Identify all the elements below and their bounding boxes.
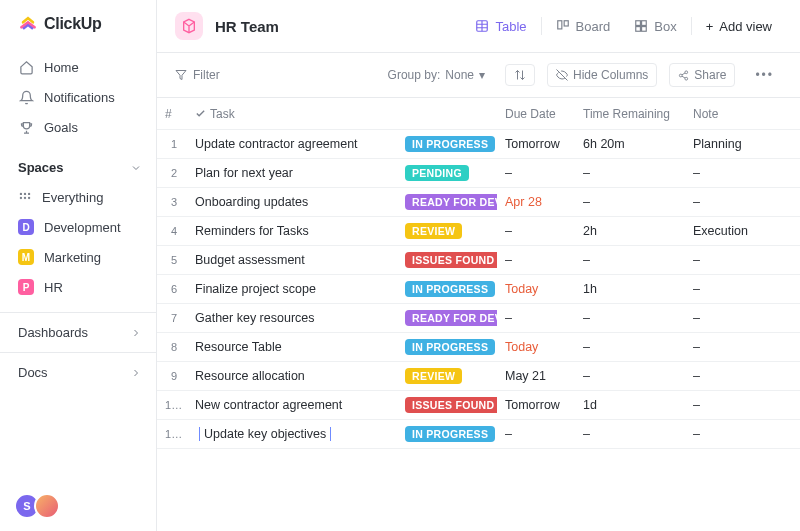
note-cell[interactable]: – [685,369,785,383]
time-cell[interactable]: – [575,340,685,354]
note-cell[interactable]: – [685,253,785,267]
due-cell[interactable]: – [497,253,575,267]
note-cell[interactable]: – [685,311,785,325]
status-badge: IN PROGRESS [405,136,495,152]
status-cell[interactable]: READY FOR DEV [397,194,497,210]
col-task[interactable]: Task [187,107,397,121]
share-button[interactable]: Share [669,63,735,87]
task-name-cell[interactable]: Gather key resources [187,311,397,325]
table-row[interactable]: 9Resource allocationREVIEWMay 21–– [157,362,800,391]
view-header: HR Team Table Board Box + Add [157,0,800,53]
hide-columns-button[interactable]: Hide Columns [547,63,657,87]
note-cell[interactable]: – [685,427,785,441]
time-cell[interactable]: – [575,311,685,325]
task-name-cell[interactable]: Resource Table [187,340,397,354]
time-cell[interactable]: 1h [575,282,685,296]
table-row[interactable]: 5Budget assessmentISSUES FOUND––– [157,246,800,275]
time-cell[interactable]: – [575,166,685,180]
tab-table[interactable]: Table [465,13,536,40]
table-row[interactable]: 7Gather key resourcesREADY FOR DEV––– [157,304,800,333]
note-cell[interactable]: – [685,282,785,296]
status-cell[interactable]: IN PROGRESS [397,281,497,297]
status-cell[interactable]: ISSUES FOUND [397,252,497,268]
task-name-cell[interactable]: Update contractor agreement [187,137,397,151]
status-cell[interactable]: IN PROGRESS [397,426,497,442]
due-cell[interactable]: – [497,427,575,441]
table-row[interactable]: 3Onboarding updatesREADY FOR DEVApr 28–– [157,188,800,217]
note-cell[interactable]: – [685,340,785,354]
col-note[interactable]: Note [685,107,785,121]
due-cell[interactable]: Today [497,340,575,354]
table-row[interactable]: 8Resource TableIN PROGRESSToday–– [157,333,800,362]
add-view-button[interactable]: + Add view [696,13,782,40]
due-cell[interactable]: Tomorrow [497,137,575,151]
task-name-cell[interactable]: Reminders for Tasks [187,224,397,238]
due-cell[interactable]: Today [497,282,575,296]
table-header: # Task Due Date Time Remaining Note [157,98,800,130]
filter-button[interactable]: Filter [175,68,220,82]
time-cell[interactable]: – [575,369,685,383]
note-cell[interactable]: Execution [685,224,785,238]
task-table: # Task Due Date Time Remaining Note 1Upd… [157,98,800,531]
status-cell[interactable]: READY FOR DEV [397,310,497,326]
status-cell[interactable]: REVIEW [397,223,497,239]
time-cell[interactable]: – [575,427,685,441]
due-cell[interactable]: Tomorrow [497,398,575,412]
more-button[interactable]: ••• [747,64,782,86]
status-cell[interactable]: PENDING [397,165,497,181]
task-name-cell[interactable]: Finalize project scope [187,282,397,296]
time-cell[interactable]: 6h 20m [575,137,685,151]
task-name-cell[interactable]: New contractor agreement [187,398,397,412]
note-cell[interactable]: – [685,166,785,180]
table-row[interactable]: 2Plan for next yearPENDING––– [157,159,800,188]
trophy-icon [18,119,34,135]
time-cell[interactable]: – [575,195,685,209]
logo[interactable]: ClickUp [0,0,156,48]
time-cell[interactable]: 1d [575,398,685,412]
task-name-cell[interactable]: Budget assessment [187,253,397,267]
due-cell[interactable]: Apr 28 [497,195,575,209]
group-by-button[interactable]: Group by: None ▾ [380,64,493,86]
task-name-cell[interactable]: Update key objectives [187,427,397,441]
due-cell[interactable]: – [497,166,575,180]
sidebar-item-everything[interactable]: Everything [0,183,156,212]
due-cell[interactable]: May 21 [497,369,575,383]
status-cell[interactable]: IN PROGRESS [397,136,497,152]
due-cell[interactable]: – [497,224,575,238]
table-row[interactable]: 1Update contractor agreementIN PROGRESST… [157,130,800,159]
nav-notifications[interactable]: Notifications [0,82,156,112]
avatar[interactable] [34,493,60,519]
spaces-header[interactable]: Spaces [0,152,156,183]
table-row[interactable]: 6Finalize project scopeIN PROGRESSToday1… [157,275,800,304]
user-avatars[interactable]: S [0,481,156,531]
sidebar-item-development[interactable]: D Development [0,212,156,242]
col-number[interactable]: # [157,107,187,121]
task-name-cell[interactable]: Plan for next year [187,166,397,180]
task-name-cell[interactable]: Onboarding updates [187,195,397,209]
table-row[interactable]: 4Reminders for TasksREVIEW–2hExecution [157,217,800,246]
status-cell[interactable]: IN PROGRESS [397,339,497,355]
sidebar-link-docs[interactable]: Docs [0,352,156,392]
nav-goals[interactable]: Goals [0,112,156,142]
table-row[interactable]: 11Update key objectivesIN PROGRESS––– [157,420,800,449]
sort-button[interactable] [505,64,535,86]
due-cell[interactable]: – [497,311,575,325]
tab-box[interactable]: Box [624,13,686,40]
status-cell[interactable]: REVIEW [397,368,497,384]
note-cell[interactable]: – [685,398,785,412]
time-cell[interactable]: – [575,253,685,267]
tab-board[interactable]: Board [546,13,621,40]
sidebar-item-marketing[interactable]: M Marketing [0,242,156,272]
time-cell[interactable]: 2h [575,224,685,238]
note-cell[interactable]: Planning [685,137,785,151]
nav-home[interactable]: Home [0,52,156,82]
sidebar-link-dashboards[interactable]: Dashboards [0,312,156,352]
note-cell[interactable]: – [685,195,785,209]
col-time[interactable]: Time Remaining [575,107,685,121]
add-view-label: Add view [719,19,772,34]
status-cell[interactable]: ISSUES FOUND [397,397,497,413]
table-row[interactable]: 10New contractor agreementISSUES FOUNDTo… [157,391,800,420]
col-due[interactable]: Due Date [497,107,575,121]
sidebar-item-hr[interactable]: P HR [0,272,156,302]
task-name-cell[interactable]: Resource allocation [187,369,397,383]
